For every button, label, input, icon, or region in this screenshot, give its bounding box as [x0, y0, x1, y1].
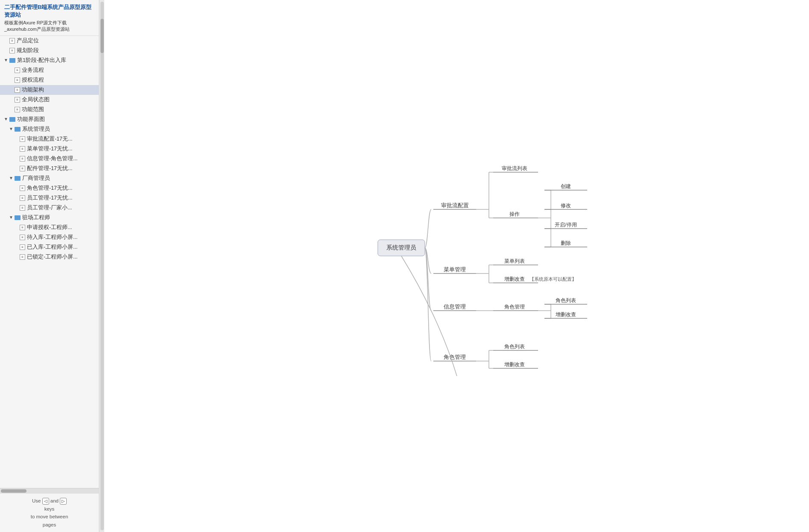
vscroll-thumb[interactable]	[100, 19, 104, 53]
folder-icon	[15, 127, 21, 132]
sidebar-item-label: 第1阶段-配件出入库	[17, 57, 96, 64]
sidebar-item-label: 信息管理-角色管理...	[27, 155, 96, 162]
page-icon: ≡	[20, 166, 25, 171]
page-icon: ≡	[20, 244, 25, 250]
svg-text:角色列表: 角色列表	[556, 297, 576, 303]
sidebar-item-label: 审批流配置-17无...	[27, 135, 96, 143]
chevron-icon: ▼	[3, 58, 9, 63]
sidebar-item-s17[interactable]: ≡员工管理-17无忧...	[0, 193, 99, 203]
svg-text:系统管理员: 系统管理员	[386, 244, 416, 251]
sidebar-vertical-scrollbar[interactable]	[99, 0, 104, 532]
folder-icon	[9, 117, 15, 122]
chevron-icon: ▼	[9, 215, 14, 220]
left-key-badge: ◁	[42, 498, 49, 505]
sidebar-item-label: 授权流程	[22, 76, 96, 84]
page-icon: ≡	[20, 136, 25, 142]
scrollbar-thumb[interactable]	[1, 489, 26, 493]
svg-text:信息管理: 信息管理	[444, 303, 466, 310]
svg-text:创建: 创建	[561, 183, 571, 189]
page-icon: ≡	[15, 68, 20, 73]
sidebar-item-label: 角色管理-17无忧...	[27, 185, 96, 192]
main-content[interactable]: 系统管理员审批流配置审批流列表操作创建修改开启/停用删除菜单管理菜单列表增删改查…	[104, 0, 703, 532]
sidebar-tree[interactable]: ≡产品定位≡规划阶段▼第1阶段-配件出入库≡业务流程≡授权流程≡功能架构≡全局状…	[0, 36, 99, 488]
sidebar-item-label: 产品定位	[17, 37, 96, 44]
page-icon: ≡	[20, 254, 25, 260]
sidebar-item-s18[interactable]: ≡员工管理-厂家小...	[0, 203, 99, 213]
right-key-badge: ▷	[60, 498, 67, 505]
sidebar-item-s4[interactable]: ≡业务流程	[0, 65, 99, 75]
sidebar-item-label: 业务流程	[22, 67, 96, 74]
vscroll-track[interactable]	[100, 2, 104, 530]
sidebar-item-label: 员工管理-17无忧...	[27, 194, 96, 202]
page-icon: ≡	[20, 195, 25, 201]
sidebar-item-label: 功能范围	[22, 106, 96, 113]
sidebar-item-s3[interactable]: ▼第1阶段-配件出入库	[0, 56, 99, 65]
svg-text:【系统原本可以配置】: 【系统原本可以配置】	[530, 276, 577, 282]
sidebar-item-label: 功能架构	[22, 86, 96, 94]
page-icon: ≡	[15, 87, 20, 93]
page-icon: ≡	[15, 107, 20, 112]
sidebar-item-s21[interactable]: ≡待入库-工程师小屏...	[0, 232, 99, 242]
svg-text:开启/停用: 开启/停用	[555, 222, 577, 228]
page-icon: ≡	[15, 97, 20, 103]
sidebar-item-s7[interactable]: ≡全局状态图	[0, 95, 99, 105]
svg-text:操作: 操作	[509, 211, 520, 217]
sidebar-item-s6[interactable]: ≡功能架构	[0, 85, 99, 95]
folder-icon	[9, 58, 15, 63]
svg-text:增删改查: 增删改查	[504, 362, 525, 367]
page-icon: ≡	[20, 146, 25, 152]
sidebar-item-s11[interactable]: ≡审批流配置-17无...	[0, 134, 99, 144]
sidebar-item-s12[interactable]: ≡菜单管理-17无忧...	[0, 144, 99, 154]
sidebar-item-label: 系统管理员	[22, 126, 96, 133]
page-icon: ≡	[9, 48, 15, 53]
sidebar-item-label: 全局状态图	[22, 96, 96, 103]
sidebar-item-label: 已锁定-工程师小屏...	[27, 253, 96, 261]
sidebar-item-s20[interactable]: ≡申请授权-工程师...	[0, 223, 99, 232]
page-icon: ≡	[20, 185, 25, 191]
sidebar-header: 二手配件管理B端系统产品原型原型资源站 模板案例Axure RP源文件下载 _a…	[0, 0, 99, 36]
page-icon: ≡	[20, 235, 25, 240]
sidebar-item-s16[interactable]: ≡角色管理-17无忧...	[0, 183, 99, 193]
page-icon: ≡	[15, 77, 20, 83]
sidebar-item-s14[interactable]: ≡配件管理-17无忧...	[0, 164, 99, 173]
svg-text:角色管理: 角色管理	[504, 304, 525, 310]
sidebar-item-s1[interactable]: ≡产品定位	[0, 36, 99, 46]
page-icon: ≡	[20, 205, 25, 211]
sidebar-item-label: 规划阶段	[17, 47, 96, 54]
sidebar-item-s2[interactable]: ≡规划阶段	[0, 46, 99, 56]
sidebar-item-label: 驻场工程师	[22, 214, 96, 221]
folder-icon	[15, 176, 21, 181]
sidebar-item-label: 待入库-工程师小屏...	[27, 234, 96, 241]
svg-text:角色列表: 角色列表	[504, 344, 525, 350]
sidebar-item-s13[interactable]: ≡信息管理-角色管理...	[0, 154, 99, 164]
sidebar-item-s23[interactable]: ≡已锁定-工程师小屏...	[0, 252, 99, 262]
svg-text:菜单列表: 菜单列表	[504, 258, 525, 264]
sidebar-title: 二手配件管理B端系统产品原型原型资源站	[4, 3, 94, 19]
sidebar-item-s19[interactable]: ▼驻场工程师	[0, 213, 99, 223]
folder-icon	[15, 215, 21, 220]
sidebar-horizontal-scrollbar[interactable]	[0, 488, 99, 493]
sidebar-item-label: 功能界面图	[17, 116, 96, 123]
svg-text:审批流配置: 审批流配置	[441, 202, 469, 209]
sidebar-item-s9[interactable]: ▼功能界面图	[0, 115, 99, 124]
chevron-icon: ▼	[9, 176, 14, 181]
sidebar-item-label: 员工管理-厂家小...	[27, 204, 96, 212]
page-icon: ≡	[20, 225, 25, 230]
svg-text:菜单管理: 菜单管理	[444, 266, 466, 273]
svg-text:角色管理: 角色管理	[444, 354, 466, 360]
sidebar-item-s10[interactable]: ▼系统管理员	[0, 124, 99, 134]
sidebar-item-label: 厂商管理员	[22, 175, 96, 182]
sidebar-item-s8[interactable]: ≡功能范围	[0, 105, 99, 115]
sidebar-item-label: 菜单管理-17无忧...	[27, 145, 96, 153]
svg-text:修改: 修改	[561, 203, 571, 209]
sidebar-item-s5[interactable]: ≡授权流程	[0, 75, 99, 85]
chevron-icon: ▼	[3, 117, 9, 122]
mindmap-container: 系统管理员审批流配置审批流列表操作创建修改开启/停用删除菜单管理菜单列表增删改查…	[104, 0, 703, 386]
svg-text:删除: 删除	[561, 240, 571, 246]
chevron-icon: ▼	[9, 126, 14, 132]
sidebar-item-s22[interactable]: ≡已入库-工程师小屏...	[0, 242, 99, 252]
sidebar-item-s15[interactable]: ▼厂商管理员	[0, 173, 99, 183]
sidebar-subtitle: 模板案例Axure RP源文件下载 _axurehub.com产品原型资源站	[4, 20, 94, 33]
svg-text:增删改查: 增删改查	[504, 276, 525, 282]
svg-text:审批流列表: 审批流列表	[502, 165, 527, 171]
